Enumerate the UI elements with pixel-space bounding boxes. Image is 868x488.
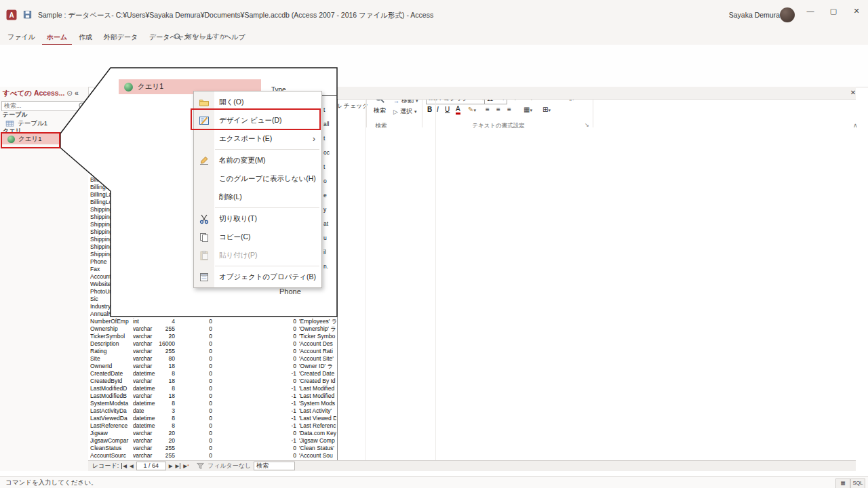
menu-separator bbox=[215, 149, 319, 150]
search-icon bbox=[174, 33, 182, 41]
alt-row-color-icon[interactable]: ⊞▾ bbox=[542, 106, 551, 113]
tab-home[interactable]: ホーム bbox=[42, 30, 72, 45]
nav-search-input[interactable]: 検索... bbox=[1, 101, 90, 111]
properties-icon bbox=[194, 272, 214, 283]
italic-button[interactable]: I bbox=[437, 106, 439, 113]
grid-fragment: oc bbox=[323, 149, 330, 156]
user-name: Sayaka Demura bbox=[729, 0, 780, 30]
avatar[interactable] bbox=[780, 7, 795, 22]
menu-item[interactable]: 名前の変更(M) bbox=[194, 151, 321, 169]
tab-file[interactable]: ファイル bbox=[3, 30, 40, 44]
new-record-nav-button[interactable]: ▶* bbox=[183, 463, 189, 469]
record-search-input[interactable]: 検索 bbox=[254, 462, 295, 470]
access-app-icon: A bbox=[6, 9, 17, 20]
table-row: NumberOfEmpint400'Employees' ラ bbox=[88, 318, 337, 325]
collapse-ribbon-icon[interactable]: ∧ bbox=[853, 122, 858, 129]
text-format-group-label: テキストの書式設定 bbox=[461, 122, 536, 130]
save-icon[interactable] bbox=[22, 9, 33, 20]
menu-item-label: 開く(O) bbox=[214, 98, 243, 107]
menu-item[interactable]: 削除(L) bbox=[194, 188, 321, 206]
tab-create[interactable]: 作成 bbox=[74, 30, 97, 44]
font-color-button[interactable]: A bbox=[456, 106, 460, 115]
next-record-button[interactable]: ▶ bbox=[169, 463, 173, 469]
minimize-button[interactable]: — bbox=[799, 0, 822, 22]
filter-status-icon[interactable] bbox=[196, 462, 205, 470]
dialog-launcher-icon[interactable]: ↘ bbox=[585, 122, 589, 128]
query-icon bbox=[124, 83, 133, 92]
title-bar: A Sample : データベース- C:¥Users¥Sayaka Demur… bbox=[0, 0, 868, 45]
record-label: レコード: bbox=[92, 462, 119, 470]
menu-item[interactable]: このグループに表示しない(H) bbox=[194, 169, 321, 188]
paste-icon bbox=[194, 250, 214, 261]
window-title: Sample : データベース- C:¥Users¥Sayaka Demura¥… bbox=[38, 0, 433, 30]
prev-record-button[interactable]: ◀ bbox=[130, 463, 134, 469]
table-row: Descriptionvarchar1600000'Account Des bbox=[88, 340, 337, 348]
annotation-design-view bbox=[191, 108, 321, 130]
shutter-close-icon[interactable]: « bbox=[75, 89, 79, 97]
menu-item-label: 貼り付け(P) bbox=[214, 251, 258, 260]
tab-external-data[interactable]: 外部データ bbox=[99, 30, 142, 44]
gridlines-icon[interactable]: ▦▾ bbox=[524, 106, 532, 113]
grid-fragment: u bbox=[323, 235, 327, 241]
record-position[interactable]: 1 / 64 bbox=[136, 462, 166, 470]
close-button[interactable]: ✕ bbox=[845, 0, 868, 22]
sql-view-button[interactable]: SQL bbox=[850, 479, 865, 488]
find-group-label: 検索 bbox=[368, 122, 395, 130]
grid-fragment: o bbox=[323, 178, 327, 184]
align-center-icon[interactable]: ≡ bbox=[496, 106, 500, 113]
document-tab[interactable]: テ bbox=[88, 87, 115, 100]
menu-separator bbox=[215, 207, 319, 208]
table-row: Jigsawvarchar2000'Data.com Key bbox=[88, 430, 337, 437]
menu-item-label: エクスポート(E) bbox=[214, 134, 272, 144]
select-button[interactable]: ▷選択▾ bbox=[393, 107, 416, 116]
document-close-icon[interactable]: ✕ bbox=[848, 87, 859, 98]
phone-fragment: Phone bbox=[279, 287, 301, 296]
tell-me-search[interactable]: 何をしますか bbox=[174, 32, 226, 41]
table-row: CreatedByIdvarchar1800'Created By Id bbox=[88, 378, 337, 385]
menu-item-label: オブジェクトのプロパティ(B) bbox=[214, 272, 316, 282]
status-message: コマンドを入力してください。 bbox=[5, 479, 97, 487]
menu-item[interactable]: オブジェクトのプロパティ(B) bbox=[194, 268, 321, 286]
bold-button[interactable]: B bbox=[427, 106, 432, 113]
underline-button[interactable]: U bbox=[445, 106, 450, 113]
cut-icon bbox=[194, 214, 214, 224]
menu-item[interactable]: コピー(C) bbox=[194, 228, 321, 246]
align-left-icon[interactable]: ≡ bbox=[486, 106, 490, 113]
datasheet-view-button[interactable]: ▦ bbox=[835, 479, 850, 488]
nav-pane-title[interactable]: すべての Access... ⊙ « bbox=[3, 89, 79, 98]
menu-separator bbox=[215, 266, 319, 266]
menu-item-label: 切り取り(T) bbox=[214, 214, 257, 224]
submenu-arrow-icon: › bbox=[313, 134, 321, 144]
menu-item-label: 削除(L) bbox=[214, 192, 242, 202]
table-row: CleanStatusvarchar25500'Clean Status' bbox=[88, 445, 337, 452]
rename-icon bbox=[194, 155, 214, 166]
table-row: TickerSymbolvarchar2000'Ticker Symbo bbox=[88, 333, 337, 340]
table-row: JigsawComparvarchar200-1'Jigsaw Comp bbox=[88, 437, 337, 445]
table-row: AccountSourcvarchar25500'Account Sou bbox=[88, 452, 337, 460]
highlight-button[interactable]: ✎▾ bbox=[468, 106, 476, 113]
table-row: LastActivityDadate30-1'Last Activity' bbox=[88, 407, 337, 415]
menu-item[interactable]: 切り取り(T) bbox=[194, 209, 321, 228]
status-bar: コマンドを入力してください。 ▦ SQL bbox=[0, 476, 868, 488]
first-record-button[interactable]: ◀ bbox=[121, 463, 127, 469]
grid-fragment: t bbox=[323, 135, 325, 142]
menu-item[interactable]: エクスポート(E)› bbox=[194, 129, 321, 148]
last-record-button[interactable]: ▶ bbox=[175, 463, 180, 469]
datasheet-icon bbox=[92, 89, 100, 98]
nav-search-placeholder: 検索... bbox=[4, 102, 22, 110]
table-row: Ownershipvarchar25500'Ownership' ラ bbox=[88, 325, 337, 333]
align-right-icon[interactable]: ≡ bbox=[507, 106, 511, 113]
table-row: LastViewedDadatetime80-1'Last Viewed D bbox=[88, 415, 337, 422]
table-row: Sicvarchar2000'SIC Code' ラ bbox=[88, 296, 337, 303]
menu-item-label: このグループに表示しない(H) bbox=[214, 174, 316, 184]
table-row: CreatedDatedatetime80-1'Created Date bbox=[88, 370, 337, 378]
menu-item: 貼り付け(P) bbox=[194, 246, 321, 264]
table-row: LastModifiedBvarchar180-1'Last Modified bbox=[88, 392, 337, 400]
grid-fragment: e bbox=[323, 192, 327, 199]
table-row: SystemModstadatetime80-1'System Mods bbox=[88, 400, 337, 407]
search-icon bbox=[78, 102, 87, 110]
menu-item-label: コピー(C) bbox=[214, 232, 251, 242]
maximize-button[interactable]: ▢ bbox=[822, 0, 845, 22]
record-navigation-bar: レコード: ◀ ◀ 1 / 64 ▶ ▶ ▶* フィルターなし 検索 bbox=[88, 460, 856, 471]
nav-menu-icon[interactable]: ⊙ bbox=[66, 89, 73, 97]
